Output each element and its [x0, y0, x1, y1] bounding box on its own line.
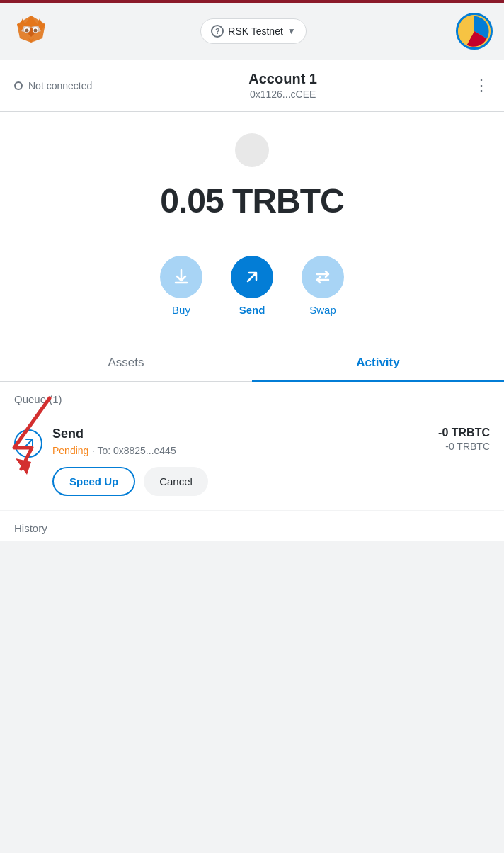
account-address: 0x1126...cCEE	[248, 89, 317, 100]
account-bar: Not connected Account 1 0x1126...cCEE ⋮	[0, 60, 504, 112]
send-button-wrapper[interactable]: Send	[231, 256, 273, 316]
history-section: History	[0, 511, 504, 541]
network-selector[interactable]: ? RSK Testnet ▼	[200, 18, 306, 44]
avatar-pie-chart	[458, 15, 491, 47]
account-icon	[235, 133, 269, 167]
balance-section: 0.05 TRBTC	[0, 112, 504, 235]
tx-icon	[14, 429, 42, 458]
action-buttons: Buy Send Swap	[0, 235, 504, 330]
svg-point-9	[34, 29, 38, 33]
svg-point-8	[25, 29, 29, 33]
balance-display: 0.05 TRBTC	[160, 181, 343, 220]
arrow-up-right-icon	[242, 267, 262, 287]
not-connected-dot	[14, 81, 23, 90]
balance-amount: 0.05	[160, 182, 223, 220]
speed-up-button[interactable]: Speed Up	[52, 467, 135, 496]
tx-amount-sub: -0 TRBTC	[438, 441, 490, 452]
transaction-list: Send Pending · To: 0x8825...e445 Speed U…	[0, 412, 504, 511]
account-name: Account 1	[248, 71, 317, 87]
queue-title: Queue (1)	[14, 393, 62, 405]
metamask-logo	[11, 11, 51, 51]
tab-activity[interactable]: Activity	[252, 344, 504, 381]
tx-amount: -0 TRBTC -0 TRBTC	[438, 426, 490, 452]
cancel-button[interactable]: Cancel	[144, 467, 208, 496]
buy-button[interactable]	[160, 256, 202, 298]
swap-label: Swap	[309, 304, 336, 316]
tabs: Assets Activity	[0, 344, 504, 382]
swap-button[interactable]	[302, 256, 344, 298]
tx-actions: Speed Up Cancel	[52, 467, 428, 496]
network-name: RSK Testnet	[228, 26, 283, 37]
account-info: Account 1 0x1126...cCEE	[248, 71, 317, 100]
buy-label: Buy	[172, 304, 190, 316]
history-title: History	[14, 522, 47, 534]
tx-details: Send Pending · To: 0x8825...e445 Speed U…	[52, 426, 428, 496]
chevron-down-icon: ▼	[287, 26, 296, 36]
connection-status-label: Not connected	[28, 80, 92, 91]
tx-status-row: Pending · To: 0x8825...e445	[52, 444, 428, 457]
tx-to: To: 0x8825...e445	[97, 445, 176, 456]
connection-status: Not connected	[14, 80, 92, 91]
tx-status: Pending	[52, 445, 88, 456]
account-options-button[interactable]: ⋮	[474, 78, 490, 94]
tx-title: Send	[52, 426, 428, 441]
swap-icon	[313, 267, 333, 287]
tab-assets[interactable]: Assets	[0, 344, 252, 381]
download-icon	[171, 267, 191, 287]
buy-button-wrapper[interactable]: Buy	[160, 256, 202, 316]
send-button[interactable]	[231, 256, 273, 298]
balance-currency: TRBTC	[232, 182, 344, 220]
main-content: 0.05 TRBTC Buy Send	[0, 112, 504, 541]
header: ? RSK Testnet ▼	[0, 3, 504, 60]
send-label: Send	[239, 304, 265, 316]
question-icon: ?	[211, 25, 224, 38]
tx-amount-main: -0 TRBTC	[438, 426, 490, 439]
queue-section: Queue (1)	[0, 382, 504, 412]
tx-arrow-icon	[21, 436, 35, 451]
account-avatar[interactable]	[456, 13, 493, 50]
swap-button-wrapper[interactable]: Swap	[302, 256, 344, 316]
transaction-item: Send Pending · To: 0x8825...e445 Speed U…	[0, 412, 504, 511]
